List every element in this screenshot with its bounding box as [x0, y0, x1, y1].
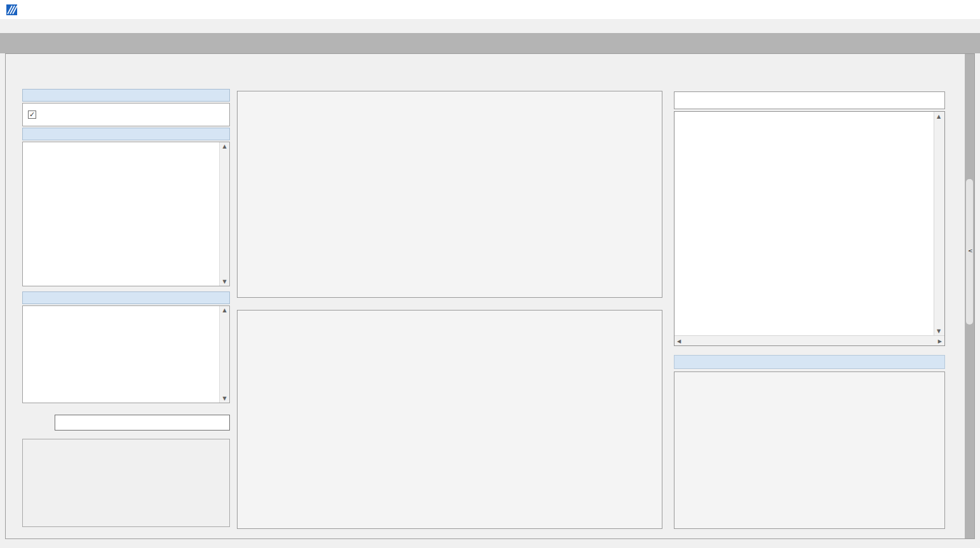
title-bar	[0, 0, 980, 19]
maximize-button[interactable]	[920, 0, 950, 19]
rating-result-text	[674, 355, 945, 369]
scroll-up-icon[interactable]: ▲	[220, 307, 229, 313]
channel-list-scrollbar[interactable]: ▲ ▼	[219, 142, 229, 286]
table-horizontal-scrollbar[interactable]: ◀ ▶	[675, 335, 944, 345]
ri-chart-panel	[674, 371, 945, 529]
room-name-input[interactable]	[55, 415, 230, 431]
side-collapse-strip: <	[965, 54, 974, 538]
intensity-section-header	[22, 89, 230, 102]
scroll-up-icon[interactable]: ▲	[937, 114, 941, 119]
intensity-spectrum-chart	[238, 91, 662, 297]
result-view-options	[674, 91, 945, 109]
collapse-panel-handle[interactable]: <	[966, 179, 973, 324]
source-room-spl-chart	[238, 311, 662, 528]
app-window: ✓ ▲ ▼ ▲ ▼	[0, 0, 980, 548]
file-list-scrollbar[interactable]: ▲ ▼	[219, 306, 229, 403]
test-files-header	[22, 291, 230, 304]
enable-intensity-box: ✓	[22, 103, 230, 126]
source-spl-chart-panel	[237, 310, 662, 529]
minimize-button[interactable]	[891, 0, 920, 19]
run-button-group	[22, 439, 230, 527]
main-tab-strip	[0, 33, 980, 53]
app-logo-icon	[6, 4, 17, 15]
menu-bar	[0, 19, 980, 33]
intensity-chart-panel	[237, 91, 662, 298]
scroll-down-icon[interactable]: ▼	[937, 328, 941, 334]
scroll-down-icon[interactable]: ▼	[220, 396, 229, 401]
scroll-right-icon[interactable]: ▶	[938, 338, 942, 344]
content-frame: ✓ ▲ ▼ ▲ ▼	[5, 53, 975, 539]
source-room-header	[22, 128, 230, 140]
results-table: ▲ ▼ ◀ ▶	[674, 111, 945, 346]
test-file-list: ▲ ▼	[22, 305, 230, 403]
scroll-up-icon[interactable]: ▲	[220, 144, 229, 149]
scroll-down-icon[interactable]: ▼	[220, 279, 229, 284]
ri-rating-chart	[675, 372, 944, 528]
close-button[interactable]	[950, 0, 979, 19]
table-vertical-scrollbar[interactable]: ▲ ▼	[934, 112, 944, 336]
channel-list: ▲ ▼	[22, 142, 230, 286]
collapse-left-icon: <	[968, 248, 973, 254]
scroll-left-icon[interactable]: ◀	[677, 338, 681, 344]
enable-intensity-checkbox[interactable]: ✓	[28, 110, 36, 119]
enable-intensity-row[interactable]: ✓	[23, 104, 229, 126]
